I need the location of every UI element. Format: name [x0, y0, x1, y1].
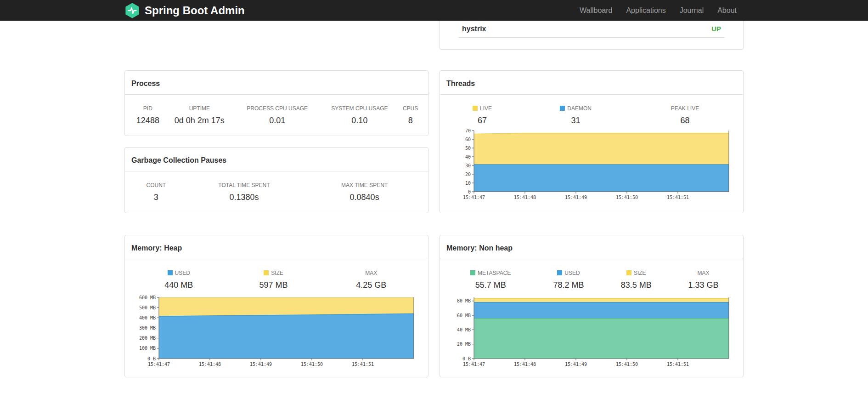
heap-panel: Memory: Heap USED SIZE MAX 440 MB 597 MB: [124, 235, 428, 377]
svg-text:60 MB: 60 MB: [457, 313, 471, 318]
metric-value: 0.10: [320, 115, 400, 126]
threads-panel: Threads LIVE DAEMON PEAK LIVE 67 31: [440, 70, 744, 213]
svg-text:500 MB: 500 MB: [139, 305, 156, 310]
nav-item-wallboard[interactable]: Wallboard: [573, 0, 619, 21]
legend-swatch: [168, 270, 173, 275]
svg-text:0 B: 0 B: [147, 356, 156, 361]
svg-text:15:41:49: 15:41:49: [565, 195, 587, 200]
metric-label: COUNT: [131, 182, 181, 192]
svg-text:20 MB: 20 MB: [457, 342, 471, 347]
legend-value: 440 MB: [131, 279, 226, 290]
legend-swatch: [626, 270, 631, 275]
legend-swatch: [264, 270, 269, 275]
legend-label: DAEMON: [567, 105, 592, 112]
svg-text:40: 40: [465, 154, 471, 159]
svg-text:15:41:47: 15:41:47: [463, 362, 485, 367]
svg-text:200 MB: 200 MB: [139, 336, 156, 341]
svg-text:30: 30: [465, 163, 471, 168]
legend-value: 83.5 MB: [603, 279, 670, 290]
svg-text:100 MB: 100 MB: [139, 346, 156, 351]
svg-text:15:41:49: 15:41:49: [565, 362, 587, 367]
application-name[interactable]: hystrix: [462, 24, 486, 34]
heap-chart: 0 B100 MB200 MB300 MB400 MB500 MB600 MB1…: [131, 294, 422, 372]
legend-swatch: [473, 106, 478, 111]
brand-title: Spring Boot Admin: [145, 4, 245, 17]
nav-item-applications[interactable]: Applications: [619, 0, 672, 21]
application-status-panel: hystrix UP: [440, 21, 744, 50]
gc-metrics-table: COUNT TOTAL TIME SPENT MAX TIME SPENT 3 …: [131, 182, 422, 203]
panel-title: Memory: Non heap: [446, 244, 513, 252]
status-badge: UP: [711, 24, 721, 34]
metric-value: 0.1380s: [181, 192, 308, 203]
threads-panel-heading: Threads: [440, 71, 743, 95]
svg-text:400 MB: 400 MB: [139, 315, 156, 320]
metric-label: PROCESS CPU USAGE: [235, 105, 320, 115]
process-metrics-table: PID UPTIME PROCESS CPU USAGE SYSTEM CPU …: [131, 105, 422, 126]
metric-value: 3: [131, 192, 181, 203]
process-panel: Process PID UPTIME PROCESS CPU USAGE SYS…: [124, 70, 428, 136]
legend-label: SIZE: [271, 270, 283, 276]
nonheap-panel: Memory: Non heap METASPACE USED SIZE MAX…: [440, 235, 744, 377]
legend-value: 31: [518, 115, 633, 126]
svg-text:600 MB: 600 MB: [139, 295, 156, 300]
metric-label: TOTAL TIME SPENT: [181, 182, 308, 192]
application-row[interactable]: hystrix UP: [458, 21, 725, 38]
nonheap-legend: METASPACE USED SIZE MAX 55.7 MB 78.2 MB …: [446, 269, 737, 290]
legend-label: SIZE: [634, 270, 646, 276]
metric-label: UPTIME: [164, 105, 235, 115]
legend-swatch: [557, 270, 562, 275]
nav-links: Wallboard Applications Journal About: [573, 0, 744, 21]
svg-text:20: 20: [465, 172, 471, 177]
svg-text:15:41:48: 15:41:48: [514, 362, 536, 367]
heap-legend: USED SIZE MAX 440 MB 597 MB 4.25 GB: [131, 269, 422, 290]
legend-value: 78.2 MB: [535, 279, 602, 290]
brand-link[interactable]: Spring Boot Admin: [124, 3, 245, 18]
legend-label: MAX: [365, 270, 377, 276]
process-panel-heading: Process: [125, 71, 428, 95]
nonheap-panel-heading: Memory: Non heap: [440, 235, 743, 259]
nav-item-about[interactable]: About: [710, 0, 744, 21]
row-process-threads: Process PID UPTIME PROCESS CPU USAGE SYS…: [124, 70, 744, 213]
spring-boot-admin-logo-icon: [124, 3, 140, 18]
metric-label: SYSTEM CPU USAGE: [320, 105, 400, 115]
navbar: Spring Boot Admin Wallboard Applications…: [0, 0, 868, 21]
row-application: hystrix UP: [124, 21, 744, 50]
svg-text:60: 60: [465, 137, 471, 142]
threads-legend: LIVE DAEMON PEAK LIVE 67 31 68: [446, 105, 737, 126]
svg-text:15:41:51: 15:41:51: [667, 195, 689, 200]
svg-text:40 MB: 40 MB: [457, 327, 471, 332]
legend-swatch: [470, 270, 475, 275]
svg-text:15:41:51: 15:41:51: [352, 362, 374, 367]
svg-text:15:41:50: 15:41:50: [301, 362, 323, 367]
svg-text:0 B: 0 B: [462, 356, 471, 361]
metric-label: PID: [131, 105, 164, 115]
legend-label: METASPACE: [478, 270, 511, 276]
metric-value: 0.0840s: [307, 192, 422, 203]
legend-value: 68: [633, 115, 737, 126]
svg-text:15:41:47: 15:41:47: [463, 195, 485, 200]
svg-text:0: 0: [468, 189, 471, 194]
svg-text:15:41:48: 15:41:48: [514, 195, 536, 200]
legend-label: MAX: [697, 270, 709, 276]
row-memory: Memory: Heap USED SIZE MAX 440 MB 597 MB: [124, 235, 744, 377]
nonheap-chart: 0 B20 MB40 MB60 MB80 MB15:41:4715:41:481…: [446, 294, 737, 372]
nav-item-journal[interactable]: Journal: [673, 0, 710, 21]
legend-label: LIVE: [480, 105, 492, 112]
legend-value: 67: [446, 115, 518, 126]
metric-value: 0d 0h 2m 17s: [164, 115, 235, 126]
svg-text:15:41:50: 15:41:50: [616, 362, 638, 367]
legend-value: 1.33 GB: [670, 279, 737, 290]
svg-text:50: 50: [465, 146, 471, 151]
legend-label: USED: [175, 270, 190, 276]
legend-swatch: [560, 106, 565, 111]
metric-value: 8: [399, 115, 422, 126]
svg-text:15:41:51: 15:41:51: [667, 362, 689, 367]
svg-text:10: 10: [465, 181, 471, 186]
metric-value: 0.01: [235, 115, 320, 126]
svg-text:15:41:49: 15:41:49: [250, 362, 272, 367]
svg-text:300 MB: 300 MB: [139, 325, 156, 330]
panel-title: Process: [131, 80, 160, 87]
svg-text:70: 70: [465, 128, 471, 133]
metric-label: CPUS: [399, 105, 422, 115]
heap-panel-heading: Memory: Heap: [125, 235, 428, 259]
